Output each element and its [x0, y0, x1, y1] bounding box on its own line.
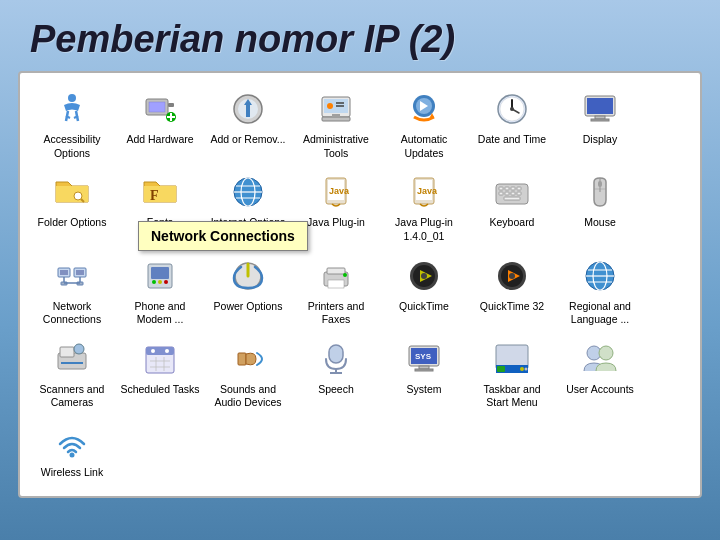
- cp-label-date-time: Date and Time: [478, 133, 546, 147]
- cp-label-printers: Printers and Faxes: [296, 300, 376, 327]
- cp-label-network: Network Connections: [32, 300, 112, 327]
- svg-rect-54: [517, 192, 521, 195]
- accessibility-icon: [52, 89, 92, 129]
- svg-rect-52: [505, 192, 509, 195]
- cp-item-taskbar[interactable]: Taskbar and Start Menu: [468, 333, 556, 416]
- cp-item-system[interactable]: SYS System: [380, 333, 468, 416]
- svg-point-95: [151, 349, 155, 353]
- cp-item-quicktime[interactable]: QuickTime: [380, 250, 468, 333]
- cp-label-add-hardware: Add Hardware: [126, 133, 193, 147]
- cp-item-add-remove[interactable]: Add or Remov...: [204, 83, 292, 166]
- folder-options-icon: [52, 172, 92, 212]
- cp-label-phone-modem: Phone and Modem ...: [120, 300, 200, 327]
- taskbar-icon: [492, 339, 532, 379]
- cp-item-keyboard[interactable]: Keyboard: [468, 166, 556, 249]
- cp-label-java-plugin: Java Plug-in: [307, 216, 365, 230]
- cp-label-system: System: [406, 383, 441, 397]
- cp-label-quicktime: QuickTime: [399, 300, 449, 314]
- cp-label-user-accounts: User Accounts: [566, 383, 634, 397]
- svg-point-91: [74, 344, 84, 354]
- cp-label-scanners: Scanners and Cameras: [32, 383, 112, 410]
- quicktime-icon: [404, 256, 444, 296]
- cp-item-scheduled[interactable]: Scheduled Tasks: [116, 333, 204, 416]
- cp-label-quicktime32: QuickTime 32: [480, 300, 544, 314]
- cp-label-speech: Speech: [318, 383, 354, 397]
- cp-item-accessibility[interactable]: Accessibility Options: [28, 83, 116, 166]
- cp-item-java-plugin2[interactable]: Java Java Plug-in 1.4.0_01: [380, 166, 468, 249]
- cp-item-user-accounts[interactable]: User Accounts: [556, 333, 644, 416]
- svg-point-117: [70, 453, 75, 458]
- svg-point-77: [343, 273, 347, 277]
- svg-rect-53: [511, 192, 515, 195]
- svg-rect-62: [76, 270, 84, 275]
- svg-rect-112: [497, 366, 505, 372]
- svg-point-18: [327, 103, 333, 109]
- svg-rect-94: [146, 347, 174, 355]
- internet-options-icon: [228, 172, 268, 212]
- svg-rect-13: [246, 105, 250, 117]
- svg-point-113: [520, 367, 524, 371]
- svg-rect-17: [332, 114, 340, 117]
- cp-label-folder-options: Folder Options: [38, 216, 107, 230]
- cp-item-quicktime32[interactable]: QuickTime 32: [468, 250, 556, 333]
- svg-rect-50: [517, 187, 521, 190]
- svg-rect-47: [499, 187, 503, 190]
- java-plugin2-icon: Java: [404, 172, 444, 212]
- cp-label-regional: Regional and Language ...: [560, 300, 640, 327]
- scheduled-icon: [140, 339, 180, 379]
- sounds-icon: [228, 339, 268, 379]
- cp-item-power-options[interactable]: Power Options: [204, 250, 292, 333]
- svg-rect-58: [598, 181, 602, 187]
- speech-icon: [316, 339, 356, 379]
- svg-rect-49: [511, 187, 515, 190]
- cp-item-scanners[interactable]: Scanners and Cameras: [28, 333, 116, 416]
- svg-point-80: [421, 273, 427, 279]
- svg-point-116: [599, 346, 613, 360]
- cp-item-folder-options[interactable]: Folder Options: [28, 166, 116, 249]
- svg-rect-16: [322, 117, 350, 121]
- add-remove-icon: [228, 89, 268, 129]
- cp-item-admin-tools[interactable]: Administrative Tools: [292, 83, 380, 166]
- system-icon: SYS: [404, 339, 444, 379]
- cp-item-regional[interactable]: Regional and Language ...: [556, 250, 644, 333]
- svg-point-70: [152, 280, 156, 284]
- cp-item-wireless[interactable]: Wireless Link: [28, 416, 116, 486]
- cp-item-network[interactable]: Network Connections: [28, 250, 116, 333]
- regional-icon: [580, 256, 620, 296]
- svg-rect-101: [238, 353, 246, 365]
- svg-rect-90: [60, 347, 74, 357]
- cp-item-display[interactable]: Display: [556, 83, 644, 166]
- cp-label-power-options: Power Options: [214, 300, 283, 314]
- cp-item-auto-updates[interactable]: Automatic Updates: [380, 83, 468, 166]
- admin-tools-icon: [316, 89, 356, 129]
- cp-item-phone-modem[interactable]: Phone and Modem ...: [116, 250, 204, 333]
- cp-item-speech[interactable]: Speech: [292, 333, 380, 416]
- svg-rect-7: [168, 103, 174, 107]
- svg-point-71: [158, 280, 162, 284]
- page-title: Pemberian nomor IP (2): [30, 18, 690, 61]
- wireless-icon: [52, 422, 92, 462]
- cp-item-printers[interactable]: Printers and Faxes: [292, 250, 380, 333]
- items-grid: Accessibility Options Add Hardware Add o…: [28, 83, 692, 486]
- cp-item-add-hardware[interactable]: Add Hardware: [116, 83, 204, 166]
- svg-text:Java: Java: [329, 186, 350, 196]
- cp-item-sounds[interactable]: Sounds and Audio Devices: [204, 333, 292, 416]
- svg-point-83: [509, 273, 515, 279]
- add-hardware-icon: [140, 89, 180, 129]
- svg-text:SYS: SYS: [415, 352, 432, 361]
- svg-rect-51: [499, 192, 503, 195]
- svg-rect-75: [327, 268, 345, 274]
- cp-item-mouse[interactable]: Mouse: [556, 166, 644, 249]
- java-plugin-icon: Java: [316, 172, 356, 212]
- svg-point-0: [68, 94, 76, 102]
- cp-item-date-time[interactable]: Date and Time: [468, 83, 556, 166]
- cp-label-display: Display: [583, 133, 617, 147]
- cp-label-mouse: Mouse: [584, 216, 616, 230]
- svg-rect-108: [415, 369, 433, 371]
- cp-label-taskbar: Taskbar and Start Menu: [472, 383, 552, 410]
- svg-rect-76: [328, 280, 344, 288]
- cp-label-auto-updates: Automatic Updates: [384, 133, 464, 160]
- svg-rect-48: [505, 187, 509, 190]
- display-icon: [580, 89, 620, 129]
- mouse-icon: [580, 172, 620, 212]
